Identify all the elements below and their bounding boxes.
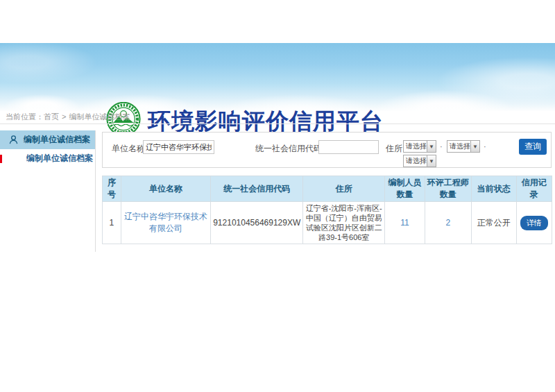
- province-select-value: 请选择: [404, 142, 427, 151]
- credit-code-input[interactable]: [318, 140, 379, 154]
- address-separator-1: ·: [440, 142, 443, 151]
- sky-banner: MEE 环境影响评价信用平台: [0, 43, 555, 111]
- unit-name-link[interactable]: 辽宁中咨华宇环保技术有限公司: [124, 212, 207, 233]
- sidebar-header-label: 编制单位诚信档案: [24, 134, 90, 146]
- address-separator-2: ·: [484, 142, 486, 151]
- breadcrumb-home-link[interactable]: 首页: [44, 112, 59, 121]
- staff-count-link[interactable]: 11: [400, 218, 409, 228]
- cell-credit-code: 9121010456469129XW: [211, 202, 303, 244]
- cell-status: 正常公开: [471, 202, 516, 244]
- unit-name-input[interactable]: [143, 140, 214, 154]
- chevron-down-icon: ▼: [427, 155, 436, 167]
- city-select[interactable]: 请选择 ▼: [447, 140, 480, 153]
- cell-index: 1: [103, 202, 121, 244]
- chevron-down-icon: ▼: [427, 141, 436, 152]
- sidebar: 编制单位诚信档案 编制单位诚信档案: [0, 130, 96, 252]
- col-status: 当前状态: [471, 176, 516, 202]
- district-select[interactable]: 请选择 ▼: [403, 155, 436, 167]
- sidebar-item-label: 编制单位诚信档案: [26, 153, 93, 164]
- col-credit-record: 信用记录: [516, 176, 552, 202]
- col-engineer-count: 环评工程师数量: [425, 176, 471, 202]
- breadcrumb: 当前位置：首页>编制单位诚信档案: [6, 112, 130, 122]
- col-staff-count: 编制人员数量: [385, 176, 425, 202]
- province-select[interactable]: 请选择 ▼: [403, 140, 436, 153]
- district-select-value: 请选择: [404, 156, 427, 166]
- breadcrumb-prefix: 当前位置：: [6, 112, 44, 121]
- sidebar-item-archive[interactable]: 编制单位诚信档案: [0, 149, 95, 168]
- city-select-value: 请选择: [447, 142, 470, 151]
- detail-button[interactable]: 详情: [520, 216, 548, 230]
- breadcrumb-separator: >: [62, 112, 66, 121]
- table-header-row: 序号 单位名称 统一社会信用代码 住所 编制人员数量 环评工程师数量 当前状态 …: [103, 176, 552, 202]
- page: MEE 环境影响评价信用平台 当前位置：首页>编制单位诚信档案 编制单位诚信档案…: [0, 0, 555, 392]
- search-button[interactable]: 查询: [519, 139, 547, 155]
- active-marker: [0, 155, 2, 163]
- header-divider: [0, 123, 555, 124]
- chevron-down-icon: ▼: [470, 141, 479, 152]
- result-table: 序号 单位名称 统一社会信用代码 住所 编制人员数量 环评工程师数量 当前状态 …: [102, 176, 552, 244]
- engineer-count-link[interactable]: 2: [445, 218, 450, 228]
- search-panel: 单位名称 ： 统一社会信用代码 ： 住所 ： 请选择 ▼ · 请选择 ▼ · 请…: [102, 132, 552, 168]
- col-index: 序号: [103, 176, 121, 202]
- table-row: 1 辽宁中咨华宇环保技术有限公司 9121010456469129XW 辽宁省-…: [103, 202, 552, 244]
- cell-address: 辽宁省-沈阳市-浑南区-中国（辽宁）自由贸易试验区沈阳片区创新二路39-1号60…: [303, 202, 385, 244]
- sidebar-header: 编制单位诚信档案: [0, 130, 95, 149]
- col-address: 住所: [303, 176, 385, 202]
- col-credit-code: 统一社会信用代码: [211, 176, 303, 202]
- col-unit-name: 单位名称: [121, 176, 210, 202]
- user-icon: [8, 135, 19, 145]
- breadcrumb-current: 编制单位诚信档案: [69, 112, 130, 121]
